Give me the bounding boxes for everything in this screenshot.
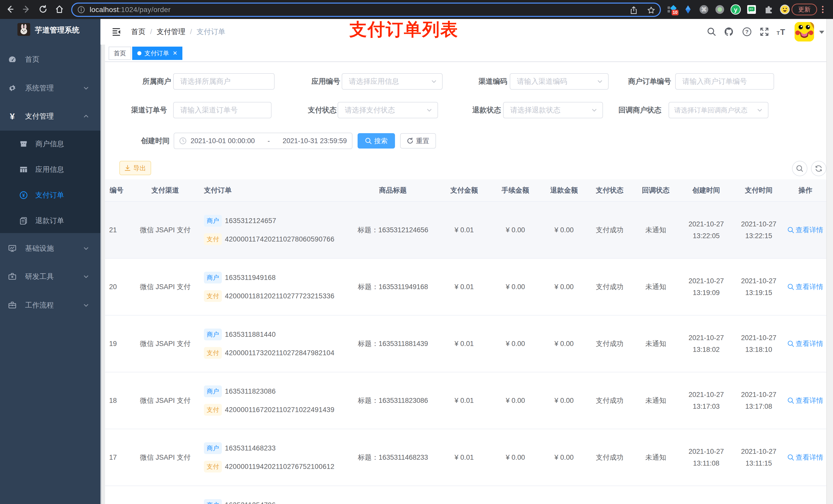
- filter-select-channel-code[interactable]: 请输入渠道编码: [510, 73, 609, 90]
- bookmark-star-icon[interactable]: [647, 6, 655, 16]
- order-id: [105, 486, 128, 504]
- sidebar-item-home[interactable]: 首页: [0, 45, 100, 74]
- help-icon[interactable]: ?: [738, 19, 756, 45]
- filter-input-channel-order-no[interactable]: 请输入渠道订单号: [173, 102, 271, 118]
- avatar-caret-icon[interactable]: [819, 31, 824, 34]
- pay-tag: 支付: [204, 461, 222, 473]
- pay-tag: 支付: [204, 404, 222, 416]
- filter-select-app[interactable]: 请选择应用信息: [342, 73, 443, 90]
- user-avatar[interactable]: [794, 22, 814, 42]
- tab-pay-order[interactable]: 支付订单✕: [132, 47, 182, 60]
- sidebar-item-workflow[interactable]: 工作流程: [0, 291, 100, 320]
- tab-home[interactable]: 首页: [109, 47, 131, 60]
- clock-icon: [179, 137, 187, 144]
- created-time: 13:18:02: [689, 344, 724, 356]
- reset-button[interactable]: 重置: [400, 133, 436, 148]
- yen-icon: ¥: [8, 102, 16, 130]
- search-icon[interactable]: [703, 19, 720, 45]
- filter-input-merchant[interactable]: 请选择所属商户: [173, 73, 275, 90]
- filter-select-pay-status[interactable]: 请选择支付状态: [338, 102, 438, 118]
- notify-status: 未通知: [632, 259, 679, 315]
- browser-forward-button[interactable]: [20, 2, 34, 16]
- browser-menu-icon[interactable]: [821, 4, 824, 15]
- github-icon[interactable]: [720, 19, 738, 45]
- extension-emoji-icon[interactable]: [777, 0, 792, 19]
- merchant-order-no: 1635312124657: [225, 217, 276, 225]
- view-detail-link[interactable]: 查看详情: [787, 339, 823, 348]
- sidebar-item-devtools[interactable]: 研发工具: [0, 262, 100, 291]
- date-end[interactable]: 2021-10-31 23:59:59: [283, 137, 347, 145]
- export-button[interactable]: 导出: [119, 161, 151, 175]
- sidebar-item-app-info[interactable]: 应用信息: [0, 157, 100, 182]
- chevron-down-icon: [83, 262, 89, 291]
- filter-input-merchant-order-no[interactable]: 请输入商户订单编号: [675, 73, 774, 90]
- app-logo: [18, 23, 30, 36]
- extension-kite-icon[interactable]: [680, 0, 696, 19]
- pay-channel: 微信 JSAPI 支付: [128, 202, 203, 258]
- left-gutter: [100, 45, 105, 504]
- sidebar-item-pay[interactable]: ¥ 支付管理: [0, 102, 100, 130]
- notify-status: 未通知: [632, 202, 679, 258]
- table-row: 17 微信 JSAPI 支付 商户1635311468233 支付4200001…: [105, 429, 826, 486]
- order-id: 19: [105, 315, 128, 372]
- site-info-icon[interactable]: [77, 6, 85, 14]
- merchant-order-no: 1635311254796: [225, 501, 276, 504]
- extension-y-icon[interactable]: y: [728, 0, 743, 19]
- breadcrumb-home[interactable]: 首页: [131, 27, 145, 37]
- hamburger-icon[interactable]: [112, 27, 121, 39]
- date-start[interactable]: 2021-10-01 00:00:00: [191, 137, 255, 145]
- filter-daterange[interactable]: 2021-10-01 00:00:00 - 2021-10-31 23:59:5…: [174, 133, 353, 149]
- extension-puzzle-icon[interactable]: [761, 0, 777, 19]
- sidebar-item-merchant-info[interactable]: 商户信息: [0, 131, 100, 157]
- url-text: localhost:1024/pay/order: [90, 6, 171, 14]
- pay-status: 支付成功: [587, 429, 632, 485]
- top-navbar: 首页 / 支付管理 / 支付订单 ? TT: [100, 19, 826, 45]
- extension-cmd-icon[interactable]: ⌘: [696, 0, 712, 19]
- paid-time: 13:19:15: [741, 287, 777, 298]
- table-refresh-button[interactable]: [811, 161, 826, 176]
- shop-icon: [20, 131, 28, 157]
- table-search-toggle-button[interactable]: [792, 161, 807, 176]
- table-row: 20 微信 JSAPI 支付 商户1635311949168 支付4200001…: [105, 259, 826, 315]
- browser-home-button[interactable]: [52, 2, 67, 16]
- search-button[interactable]: 搜索: [358, 133, 395, 148]
- pay-status: 支付成功: [587, 373, 632, 429]
- sidebar-item-pay-order[interactable]: ¥ 支付订单: [0, 182, 100, 208]
- browser-back-button[interactable]: [3, 2, 17, 16]
- extension-dot-icon[interactable]: [712, 0, 728, 19]
- view-detail-link[interactable]: 查看详情: [787, 453, 823, 462]
- extension-chat-icon[interactable]: [744, 0, 759, 19]
- chevron-down-icon: [83, 234, 89, 263]
- close-icon[interactable]: ✕: [173, 50, 177, 56]
- pay-amount: [438, 486, 490, 504]
- view-detail-link[interactable]: 查看详情: [787, 282, 823, 291]
- extension-devtools-icon[interactable]: 10: [664, 0, 680, 19]
- browser-reload-button[interactable]: [36, 2, 50, 16]
- view-detail-link[interactable]: 查看详情: [787, 225, 823, 235]
- notify-status: 未通知: [632, 315, 679, 372]
- filter-label-notify-status: 回调商户状态: [598, 102, 661, 118]
- browser-update-button[interactable]: 更新: [791, 4, 817, 15]
- svg-text:T: T: [780, 28, 785, 37]
- share-icon[interactable]: [629, 6, 638, 16]
- breadcrumb: 首页 / 支付管理 / 支付订单: [131, 19, 225, 45]
- font-size-icon[interactable]: TT: [772, 19, 790, 45]
- sidebar-item-system[interactable]: 系统管理: [0, 74, 100, 102]
- page-scrollbar[interactable]: [826, 19, 833, 504]
- chevron-down-icon: [597, 78, 603, 85]
- fee-amount: ¥ 0.00: [490, 429, 541, 485]
- sidebar-item-refund-order[interactable]: 退款订单: [0, 208, 100, 234]
- view-detail-link[interactable]: 查看详情: [787, 396, 823, 405]
- pay-status: [587, 486, 632, 504]
- paid-date: 2021-10-27: [741, 332, 777, 344]
- filter-select-refund-status[interactable]: 请选择退款状态: [503, 102, 603, 118]
- paid-date: 2021-10-27: [741, 446, 777, 457]
- address-bar[interactable]: localhost:1024/pay/order: [71, 3, 661, 17]
- merchant-tag: 商户: [204, 442, 222, 454]
- breadcrumb-pay-manage[interactable]: 支付管理: [157, 27, 186, 37]
- sidebar-item-infra[interactable]: 基础设施: [0, 234, 100, 263]
- filter-select-notify-status[interactable]: 请选择订单回调商户状态: [669, 102, 768, 118]
- pay-amount: ¥ 0.01: [438, 315, 490, 372]
- fullscreen-icon[interactable]: [756, 19, 773, 45]
- notify-status: [632, 486, 679, 504]
